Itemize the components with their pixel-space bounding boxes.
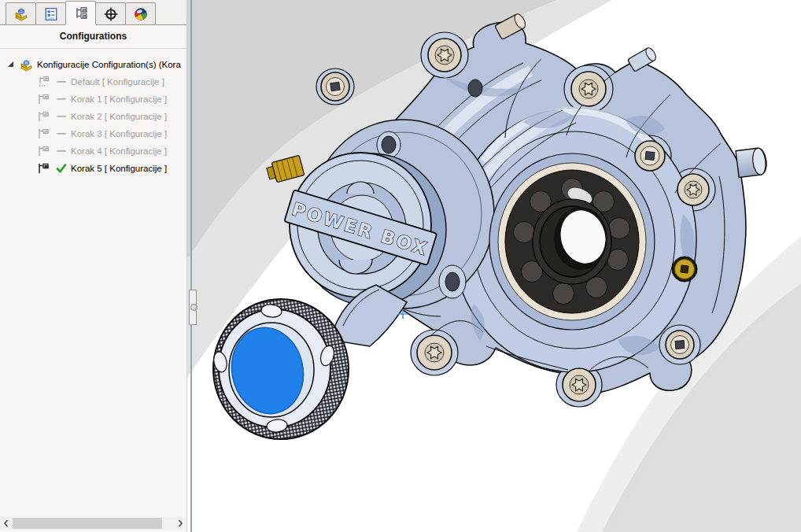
configuration-manager-icon bbox=[74, 6, 88, 20]
config-row-korak-3[interactable]: Korak 3 [ Konfiguracije ] bbox=[0, 125, 186, 142]
panel-collapse-handle[interactable] bbox=[189, 290, 197, 325]
tab-feature-manager[interactable] bbox=[6, 2, 36, 24]
config-flag-icon bbox=[37, 127, 50, 141]
rebuild-dash-icon bbox=[54, 115, 68, 118]
config-row-korak-1[interactable]: Korak 1 [ Konfiguracije ] bbox=[0, 91, 186, 108]
h-scrollbar[interactable] bbox=[0, 517, 186, 530]
feature-manager-panel: Configurations Konfiguracije Configurati… bbox=[0, 0, 187, 532]
tab-property-manager[interactable] bbox=[35, 2, 66, 24]
configuration-tree: Konfiguracije Configuration(s) (Kora bbox=[0, 49, 186, 177]
rebuild-dash-icon bbox=[54, 80, 68, 83]
dimxpert-manager-icon bbox=[104, 7, 118, 21]
config-flag-icon bbox=[37, 145, 50, 158]
manager-tab-bar bbox=[0, 0, 186, 25]
display-manager-icon bbox=[134, 7, 148, 21]
tab-dimxpert-manager[interactable] bbox=[95, 2, 126, 24]
scrollbar-thumb[interactable] bbox=[13, 518, 162, 529]
ball-bearing[interactable] bbox=[489, 153, 655, 330]
config-row-default[interactable]: Default [ Konfiguracije ] bbox=[0, 73, 186, 91]
active-config-check-icon bbox=[54, 164, 68, 173]
feature-manager-icon bbox=[14, 7, 28, 21]
tab-configuration-manager[interactable] bbox=[65, 1, 96, 25]
default-config-icon bbox=[37, 76, 50, 89]
property-manager-icon bbox=[44, 7, 58, 21]
config-flag-icon bbox=[37, 93, 50, 106]
gold-plug[interactable] bbox=[672, 257, 697, 282]
collapse-dot-icon bbox=[190, 304, 197, 311]
config-row-korak-5[interactable]: Korak 5 [ Konfiguracije ] bbox=[0, 160, 186, 177]
configurations-root-icon bbox=[20, 58, 33, 72]
solidworks-window: POWER BOX bbox=[0, 0, 801, 532]
rebuild-dash-icon bbox=[54, 98, 68, 101]
config-root-row[interactable]: Konfiguracije Configuration(s) (Kora bbox=[0, 56, 186, 73]
rebuild-dash-icon bbox=[54, 150, 68, 153]
active-config-flag-icon bbox=[37, 162, 50, 175]
config-row-korak-2[interactable]: Korak 2 [ Konfiguracije ] bbox=[0, 108, 186, 125]
scroll-right-button[interactable] bbox=[174, 517, 186, 530]
rebuild-dash-icon bbox=[54, 132, 68, 135]
config-flag-icon bbox=[37, 110, 50, 124]
scroll-left-button[interactable] bbox=[0, 517, 12, 530]
tab-display-manager[interactable] bbox=[125, 2, 156, 24]
panel-splitter[interactable] bbox=[190, 0, 192, 532]
panel-title: Configurations bbox=[0, 25, 186, 49]
expand-arrow-icon[interactable] bbox=[5, 61, 16, 68]
config-row-korak-4[interactable]: Korak 4 [ Konfiguracije ] bbox=[0, 142, 186, 160]
config-root-label: Konfiguracije Configuration(s) (Kora bbox=[37, 60, 181, 69]
